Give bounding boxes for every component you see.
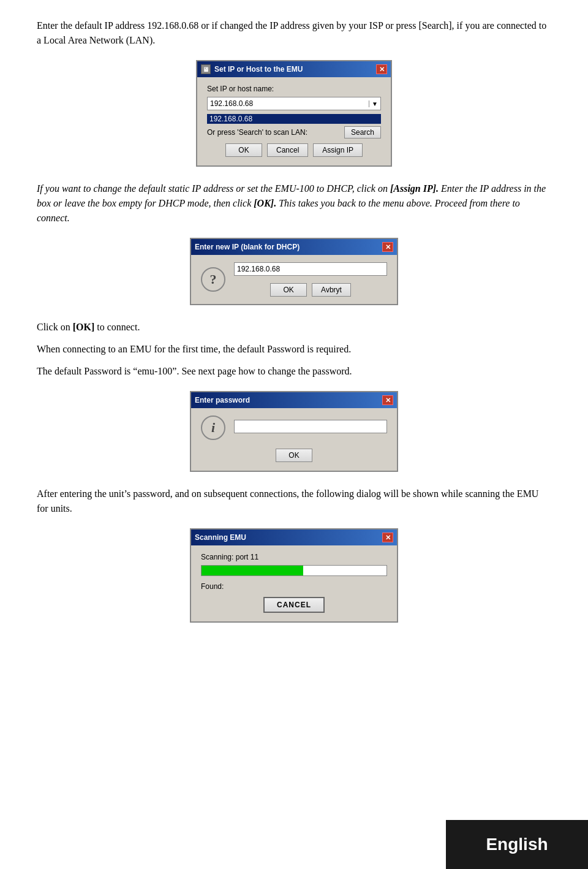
dialog4-close-button[interactable]: ✕ [382,533,393,542]
dialog4-title-text: Scanning EMU [195,533,246,542]
dialog1-title-text: Set IP or Host to the EMU [214,65,303,74]
dialog2-title-left: Enter new IP (blank for DHCP) [195,243,300,251]
dialog1-label: Set IP or host name: [207,85,381,93]
english-badge: English [446,820,588,869]
dialog1-or-search-row: Or press 'Search' to scan LAN: Search [207,126,381,139]
dialog1-icon: 🖥 [201,64,211,74]
info-icon: i [201,416,225,440]
dialog2-ok-button[interactable]: OK [270,283,307,297]
dialog1-title-left: 🖥 Set IP or Host to the EMU [201,64,303,74]
dialog2-close-button[interactable]: ✕ [382,242,393,252]
dialog1-titlebar: 🖥 Set IP or Host to the EMU ✕ [197,61,391,77]
dialog3-close-button[interactable]: ✕ [382,395,393,405]
dialog2-body: ? OK Avbryt [191,255,397,304]
dialog3-title-text: Enter password [195,396,250,404]
dialog3-container: Enter password ✕ i OK [37,391,551,472]
dialog1-ok-button[interactable]: OK [225,143,262,157]
dialog2-avbryt-button[interactable]: Avbryt [312,283,351,297]
dialog3-password-input[interactable] [234,420,387,433]
dialog3-btn-row: OK [191,449,397,471]
intro-paragraph: Enter the default IP address 192.168.0.6… [37,18,551,48]
scanning-label: Scanning: port 11 [201,553,387,561]
english-badge-text: English [486,835,548,854]
dialog3-body: i [191,408,397,444]
dialog1-search-button[interactable]: Search [344,126,381,139]
dialog4-body: Scanning: port 11 Found: CANCEL [191,545,397,621]
dialog3-ok-button[interactable]: OK [276,449,312,462]
dialog1-assign-ip-button[interactable]: Assign IP [313,143,363,157]
dialog1-selected-item: 192.168.0.68 [207,114,381,124]
dialog1-dropdown[interactable]: 192.168.0.68 ▼ [207,97,381,110]
enter-ip-dialog: Enter new IP (blank for DHCP) ✕ ? OK Avb… [190,238,398,305]
paragraph7: After entering the unit’s password, and … [37,487,551,516]
dialog4-titlebar: Scanning EMU ✕ [191,529,397,545]
dialog2-titlebar: Enter new IP (blank for DHCP) ✕ [191,239,397,255]
found-label: Found: [201,582,387,591]
dialog2-container: Enter new IP (blank for DHCP) ✕ ? OK Avb… [37,238,551,305]
para2-italic-text: If you want to change the default static… [37,183,390,194]
dialog1-cancel-button[interactable]: Cancel [267,143,308,157]
dialog2-btn-row: OK Avbryt [234,283,387,297]
paragraph6: The default Password is “emu-100”. See n… [37,364,551,379]
dialog1-close-button[interactable]: ✕ [376,64,387,74]
progress-bar-container [201,565,387,576]
dialog1-btn-row: OK Cancel Assign IP [207,143,381,157]
progress-bar-fill [202,566,303,575]
question-mark-icon: ? [201,267,225,292]
dialog3-right [234,420,387,436]
paragraph2: If you want to change the default static… [37,181,551,226]
dialog1-body: Set IP or host name: 192.168.0.68 ▼ 192.… [197,77,391,165]
dialog1-container: 🖥 Set IP or Host to the EMU ✕ Set IP or … [37,60,551,167]
dialog2-right: OK Avbryt [234,262,387,297]
paragraph5: When connecting to an EMU for the first … [37,342,551,357]
para2-bold-text: [Assign IP]. [390,183,439,194]
dialog4-btn-row: CANCEL [201,597,387,613]
dialog2-ip-input[interactable] [234,262,387,276]
dialog3-titlebar: Enter password ✕ [191,392,397,408]
dialog4-cancel-button[interactable]: CANCEL [263,597,325,613]
scanning-emu-dialog: Scanning EMU ✕ Scanning: port 11 Found: … [190,528,398,623]
dialog4-container: Scanning EMU ✕ Scanning: port 11 Found: … [37,528,551,623]
dialog2-title-text: Enter new IP (blank for DHCP) [195,243,300,251]
dialog1-or-search-label: Or press 'Search' to scan LAN: [207,128,339,137]
dialog4-title-left: Scanning EMU [195,533,246,542]
paragraph4: Click on [OK] to connect. [37,320,551,335]
dialog3-title-left: Enter password [195,396,250,404]
dropdown-arrow-icon: ▼ [369,101,378,107]
enter-password-dialog: Enter password ✕ i OK [190,391,398,472]
set-ip-dialog: 🖥 Set IP or Host to the EMU ✕ Set IP or … [196,60,392,167]
